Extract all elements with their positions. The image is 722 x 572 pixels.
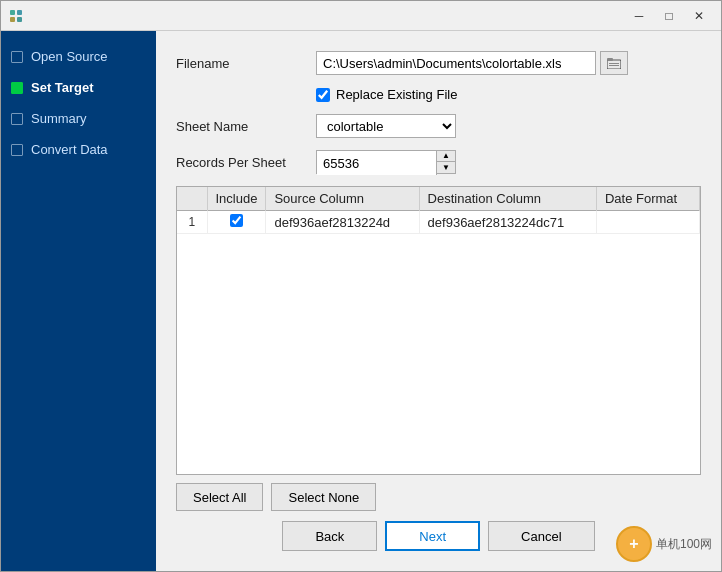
records-per-sheet-row: Records Per Sheet ▲ ▼ (176, 150, 701, 174)
maximize-button[interactable]: □ (655, 5, 683, 27)
include-checkbox[interactable] (230, 214, 243, 227)
browse-icon (607, 57, 621, 69)
title-bar-left (9, 9, 23, 23)
sheet-name-label: Sheet Name (176, 119, 306, 134)
table-header-row: Include Source Column Destination Column… (177, 187, 700, 211)
cell-row-num: 1 (177, 211, 207, 234)
records-per-sheet-input[interactable] (317, 151, 437, 175)
summary-indicator (11, 113, 23, 125)
spin-up-button[interactable]: ▲ (437, 151, 455, 162)
filename-label: Filename (176, 56, 306, 71)
sheet-name-row: Sheet Name colortable (176, 114, 701, 138)
replace-file-checkbox[interactable] (316, 88, 330, 102)
watermark-text: 单机100网 (656, 536, 712, 553)
content-area: Filename Replace Existin (156, 31, 721, 571)
columns-table: Include Source Column Destination Column… (176, 186, 701, 475)
cell-source-column: def936aef2813224d (266, 211, 419, 234)
next-button[interactable]: Next (385, 521, 480, 551)
open-source-indicator (11, 51, 23, 63)
select-buttons: Select All Select None (176, 483, 701, 511)
sidebar-item-convert-data[interactable]: Convert Data (1, 134, 156, 165)
replace-file-row: Replace Existing File (316, 87, 701, 102)
col-header-include: Include (207, 187, 266, 211)
convert-data-indicator (11, 144, 23, 156)
col-header-date-format: Date Format (596, 187, 699, 211)
sheet-name-select[interactable]: colortable (316, 114, 456, 138)
replace-file-label[interactable]: Replace Existing File (336, 87, 457, 102)
col-header-row-num (177, 187, 207, 211)
svg-rect-5 (607, 58, 613, 61)
spinner-buttons: ▲ ▼ (437, 151, 455, 173)
svg-rect-2 (10, 17, 15, 22)
cancel-button[interactable]: Cancel (488, 521, 594, 551)
convert-data-label: Convert Data (31, 142, 108, 157)
select-all-button[interactable]: Select All (176, 483, 263, 511)
table-row: 1 def936aef2813224d def936aef2813224dc71 (177, 211, 700, 234)
svg-rect-1 (17, 10, 22, 15)
filename-input[interactable] (316, 51, 596, 75)
set-target-indicator (11, 82, 23, 94)
browse-button[interactable] (600, 51, 628, 75)
svg-rect-6 (609, 63, 619, 64)
svg-rect-3 (17, 17, 22, 22)
close-button[interactable]: ✕ (685, 5, 713, 27)
set-target-label: Set Target (31, 80, 94, 95)
title-bar-controls: ─ □ ✕ (625, 5, 713, 27)
watermark-symbol: + (629, 535, 638, 553)
cell-destination-column: def936aef2813224dc71 (419, 211, 596, 234)
records-per-sheet-spinner: ▲ ▼ (316, 150, 456, 174)
watermark: + 单机100网 (616, 526, 712, 562)
spin-down-button[interactable]: ▼ (437, 162, 455, 173)
title-bar: ─ □ ✕ (1, 1, 721, 31)
svg-rect-7 (609, 65, 619, 66)
sidebar-item-set-target[interactable]: Set Target (1, 72, 156, 103)
main-content: Open Source Set Target Summary Convert D… (1, 31, 721, 571)
minimize-button[interactable]: ─ (625, 5, 653, 27)
columns-table-element: Include Source Column Destination Column… (177, 187, 700, 234)
summary-label: Summary (31, 111, 87, 126)
select-none-button[interactable]: Select None (271, 483, 376, 511)
filename-row: Filename (176, 51, 701, 75)
app-icon (9, 9, 23, 23)
sidebar-item-open-source[interactable]: Open Source (1, 41, 156, 72)
sidebar-item-summary[interactable]: Summary (1, 103, 156, 134)
open-source-label: Open Source (31, 49, 108, 64)
back-button[interactable]: Back (282, 521, 377, 551)
col-header-destination: Destination Column (419, 187, 596, 211)
cell-include[interactable] (207, 211, 266, 234)
main-window: ─ □ ✕ Open Source Set Target Summary Con… (0, 0, 722, 572)
sidebar: Open Source Set Target Summary Convert D… (1, 31, 156, 571)
svg-rect-0 (10, 10, 15, 15)
records-per-sheet-label: Records Per Sheet (176, 155, 306, 170)
watermark-icon: + (616, 526, 652, 562)
svg-rect-4 (607, 60, 621, 69)
filename-control (316, 51, 628, 75)
col-header-source: Source Column (266, 187, 419, 211)
cell-date-format (596, 211, 699, 234)
